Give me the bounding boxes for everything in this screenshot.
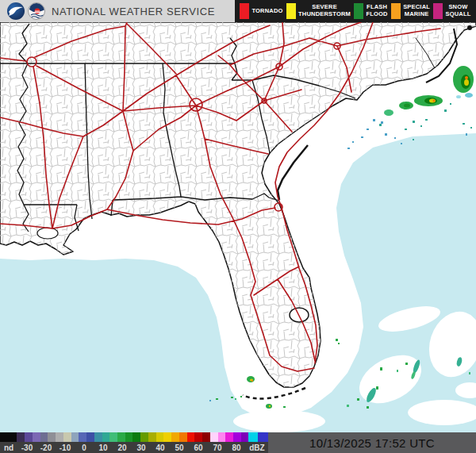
colorbar-segment [194, 432, 202, 442]
noaa-logo-icon [7, 2, 25, 20]
colorbar-segment [94, 432, 102, 442]
lake-pontchartrain [37, 228, 58, 239]
colorbar-segment [56, 432, 63, 442]
warning-swatch [240, 3, 249, 19]
colorbar-segment [241, 432, 249, 442]
colorbar-segment [156, 432, 164, 442]
warning-legend-item: SEVERE THUNDERSTORM [286, 3, 351, 19]
colorbar-tick: dBZ [246, 443, 268, 452]
colorbar-segment [202, 432, 210, 442]
colorbar-segment [109, 432, 117, 442]
page-title: NATIONAL WEATHER SERVICE [48, 6, 215, 17]
warning-legend-item: TORNADO [240, 3, 282, 19]
header-bar: NATIONAL WEATHER SERVICE TORNADOSEVERE T… [0, 0, 476, 22]
warning-legend-item: SNOW SQUALL [433, 3, 470, 19]
colorbar-segment [163, 432, 171, 442]
colorbar-tick: -10 [56, 443, 75, 452]
warning-legend-item: SPECIAL MARINE [391, 3, 430, 19]
radar-map-canvas [0, 22, 476, 432]
colorbar-segment [258, 432, 268, 442]
colorbar-segment [63, 432, 71, 442]
colorbar-tick: 50 [170, 443, 189, 452]
colorbar-segment [125, 432, 133, 442]
colorbar-segment [218, 432, 226, 442]
warning-swatch [354, 3, 363, 19]
colorbar-tick: -30 [17, 443, 36, 452]
colorbar-tick: 0 [75, 443, 94, 452]
warning-legend-item: FLASH FLOOD [354, 3, 387, 19]
colorbar-segment [210, 432, 218, 442]
colorbar-segment [148, 432, 156, 442]
colorbar-tick: 20 [113, 443, 132, 452]
reflectivity-colorbar [0, 432, 268, 442]
colorbar-segment [79, 432, 86, 442]
colorbar-tick: 40 [151, 443, 170, 452]
timestamp-bar: 10/13/2025 17:52 UTC [268, 432, 476, 453]
colorbar-segment [86, 432, 94, 442]
colorbar-tick: 60 [189, 443, 208, 452]
colorbar-tick: 30 [132, 443, 151, 452]
colorbar-tick: 10 [94, 443, 113, 452]
colorbar-segment [179, 432, 187, 442]
warning-legend: TORNADOSEVERE THUNDERSTORMFLASH FLOODSPE… [235, 0, 476, 22]
colorbar-segment [171, 432, 179, 442]
colorbar-segment [102, 432, 110, 442]
colorbar-segment [0, 432, 17, 442]
colorbar-segment [225, 432, 233, 442]
timestamp: 10/13/2025 17:52 UTC [309, 436, 435, 450]
colorbar-segment [48, 432, 56, 442]
warning-swatch [391, 3, 401, 19]
warning-label: SEVERE THUNDERSTORM [298, 4, 351, 17]
warning-swatch [286, 3, 296, 19]
colorbar-segment [132, 432, 140, 442]
footer-bar: nd-30-20-1001020304050607080dBZ 10/13/20… [0, 432, 476, 453]
nws-logo-icon [28, 2, 45, 20]
warning-swatch [433, 3, 443, 19]
colorbar-segment [25, 432, 33, 442]
radar-map [0, 22, 476, 432]
colorbar-tick: 70 [208, 443, 227, 452]
colorbar-segment [40, 432, 48, 442]
colorbar-segment [248, 432, 258, 442]
colorbar-tick: 80 [227, 443, 246, 452]
colorbar-segment [117, 432, 125, 442]
warning-label: TORNADO [251, 8, 282, 15]
colorbar-segment [233, 432, 241, 442]
colorbar-tick: nd [0, 443, 17, 452]
warning-label: FLASH FLOOD [366, 4, 387, 17]
colorbar-tick: -20 [36, 443, 56, 452]
reflectivity-scale: nd-30-20-1001020304050607080dBZ [0, 432, 268, 453]
colorbar-segment [71, 432, 79, 442]
brand: NATIONAL WEATHER SERVICE [0, 2, 235, 20]
warning-label: SNOW SQUALL [445, 4, 470, 17]
colorbar-segment [187, 432, 195, 442]
colorbar-segment [140, 432, 148, 442]
colorbar-segment [33, 432, 40, 442]
colorbar-segment [17, 432, 25, 442]
warning-label: SPECIAL MARINE [403, 4, 430, 17]
nws-radar-page: NATIONAL WEATHER SERVICE TORNADOSEVERE T… [0, 0, 476, 453]
reflectivity-tick-row: nd-30-20-1001020304050607080dBZ [0, 442, 268, 453]
